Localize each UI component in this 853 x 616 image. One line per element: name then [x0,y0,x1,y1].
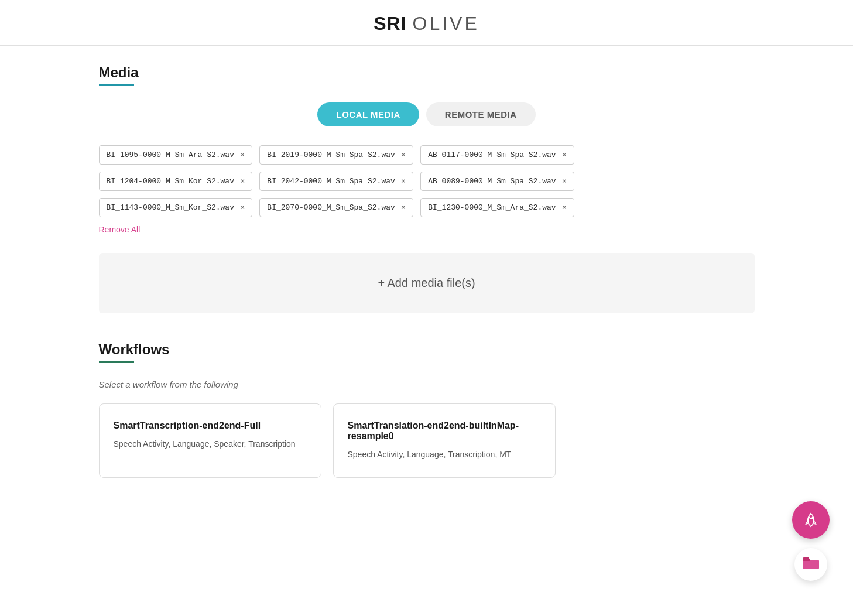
workflow-card-title-2: SmartTranslation-end2end-builtInMap-resa… [348,420,541,442]
workflows-subtitle: Select a workflow from the following [99,379,755,389]
remove-file-button[interactable]: × [562,177,567,186]
logo-sri: SRI [374,13,406,34]
file-tags-row-3: BI_1143-0000_M_Sm_Kor_S2.wav × BI_2070-0… [99,198,755,217]
file-name: BI_1143-0000_M_Sm_Kor_S2.wav [107,203,234,212]
app-header: SRI OLIVE [0,0,853,46]
remove-file-button[interactable]: × [562,204,567,212]
workflows-section: Workflows Select a workflow from the fol… [99,341,755,478]
workflows-title: Workflows [99,341,755,358]
media-title: Media [99,64,755,81]
remove-file-button[interactable]: × [240,151,245,159]
file-name: BI_1095-0000_M_Sm_Ara_S2.wav [107,150,234,159]
workflow-card-desc-1: Speech Activity, Language, Speaker, Tran… [114,438,307,450]
list-item: BI_2070-0000_M_Sm_Spa_S2.wav × [259,198,413,217]
file-name: BI_1204-0000_M_Sm_Kor_S2.wav [107,177,234,186]
workflow-card-2[interactable]: SmartTranslation-end2end-builtInMap-resa… [333,403,556,478]
file-tags-area: BI_1095-0000_M_Sm_Ara_S2.wav × BI_2019-0… [99,145,755,246]
file-name: AB_0117-0000_M_Sm_Spa_S2.wav [428,150,556,159]
file-tags-row-1: BI_1095-0000_M_Sm_Ara_S2.wav × BI_2019-0… [99,145,755,165]
remove-file-button[interactable]: × [240,204,245,212]
media-tabs: LOCAL MEDIA REMOTE MEDIA [99,102,755,126]
workflows-title-underline [99,361,134,363]
remove-file-button[interactable]: × [401,177,406,186]
list-item: AB_0117-0000_M_Sm_Spa_S2.wav × [420,145,574,165]
list-item: BI_1095-0000_M_Sm_Ara_S2.wav × [99,145,253,165]
tab-local-media[interactable]: LOCAL MEDIA [317,102,419,126]
workflow-card-desc-2: Speech Activity, Language, Transcription… [348,449,541,461]
app-logo: SRI OLIVE [374,13,479,35]
remove-file-button[interactable]: × [401,151,406,159]
workflow-card-title-1: SmartTranscription-end2end-Full [114,420,307,431]
list-item: BI_2042-0000_M_Sm_Spa_S2.wav × [259,172,413,191]
file-name: BI_2019-0000_M_Sm_Spa_S2.wav [267,150,395,159]
add-media-dropzone[interactable]: + Add media file(s) [99,253,755,313]
list-item: AB_0089-0000_M_Sm_Spa_S2.wav × [420,172,574,191]
media-section: Media LOCAL MEDIA REMOTE MEDIA BI_1095-0… [99,64,755,313]
logo-olive: OLIVE [412,13,479,34]
remove-all-button[interactable]: Remove All [99,225,141,234]
remove-file-button[interactable]: × [562,151,567,159]
file-name: BI_1230-0000_M_Sm_Ara_S2.wav [428,203,556,212]
list-item: BI_2019-0000_M_Sm_Spa_S2.wav × [259,145,413,165]
add-media-label: + Add media file(s) [378,276,475,290]
file-name: AB_0089-0000_M_Sm_Spa_S2.wav [428,177,556,186]
file-tags-row-2: BI_1204-0000_M_Sm_Kor_S2.wav × BI_2042-0… [99,172,755,191]
workflow-cards-container: SmartTranscription-end2end-Full Speech A… [99,403,755,478]
remove-file-button[interactable]: × [401,204,406,212]
list-item: BI_1204-0000_M_Sm_Kor_S2.wav × [99,172,253,191]
tab-remote-media[interactable]: REMOTE MEDIA [426,102,536,126]
remove-file-button[interactable]: × [240,177,245,186]
workflow-card-1[interactable]: SmartTranscription-end2end-Full Speech A… [99,403,321,478]
list-item: BI_1143-0000_M_Sm_Kor_S2.wav × [99,198,253,217]
file-name: BI_2070-0000_M_Sm_Spa_S2.wav [267,203,395,212]
media-title-underline [99,84,134,86]
main-content: Media LOCAL MEDIA REMOTE MEDIA BI_1095-0… [76,46,778,497]
list-item: BI_1230-0000_M_Sm_Ara_S2.wav × [420,198,574,217]
file-name: BI_2042-0000_M_Sm_Spa_S2.wav [267,177,395,186]
